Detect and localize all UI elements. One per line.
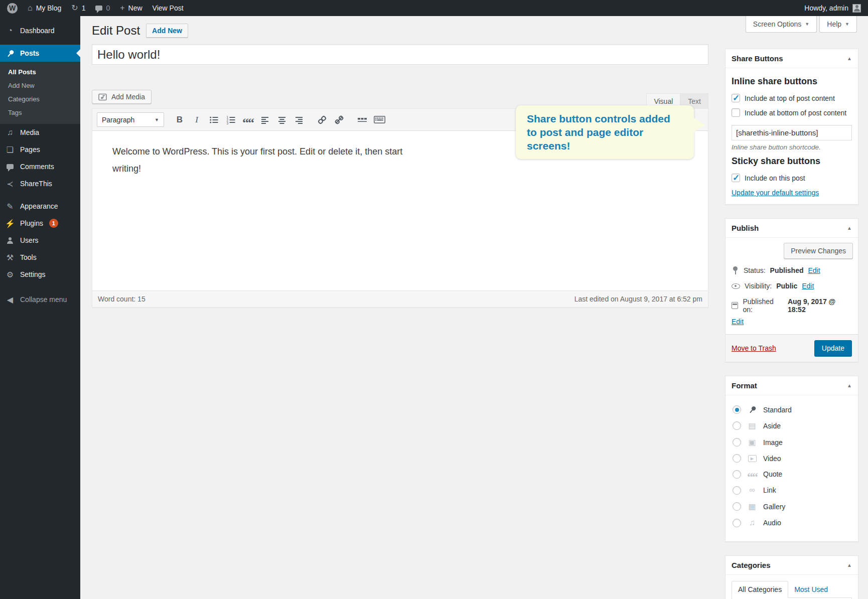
plus-icon: + <box>120 4 124 12</box>
collapse-panel-icon[interactable]: ▲ <box>847 383 852 388</box>
tab-most-used[interactable]: Most Used <box>788 581 834 597</box>
new-content-menu[interactable]: + New <box>120 4 142 12</box>
format-option-quote[interactable]: ““ Quote <box>733 470 851 479</box>
format-option-video[interactable]: ▸ Video <box>733 454 851 463</box>
format-panel-header[interactable]: Format ▲ <box>726 376 858 395</box>
format-radio-image[interactable] <box>733 438 741 446</box>
bold-button[interactable]: B <box>172 113 187 126</box>
dashboard-icon: ◔ <box>5 26 15 35</box>
preview-changes-button[interactable]: Preview Changes <box>784 243 853 259</box>
sidebar-item-sharethis[interactable]: ≺ ShareThis <box>0 175 80 192</box>
post-title-input[interactable] <box>92 44 708 65</box>
format-label: Quote <box>763 470 782 478</box>
svg-text:3: 3 <box>227 121 229 124</box>
format-radio-quote[interactable] <box>733 470 741 479</box>
status-pin-icon <box>732 266 739 274</box>
collapse-panel-icon[interactable]: ▲ <box>847 56 852 61</box>
paragraph-style-select[interactable]: Paragraph ▼ <box>97 112 164 127</box>
sidebar-item-users[interactable]: Users <box>0 232 80 249</box>
format-label: Video <box>763 455 781 463</box>
align-left-button[interactable] <box>257 113 272 126</box>
format-option-image[interactable]: ▣ Image <box>733 437 851 447</box>
numbered-list-button[interactable]: 1 2 3 <box>223 113 238 126</box>
format-option-gallery[interactable]: ▦ Gallery <box>733 502 851 511</box>
last-edited-timestamp: Last edited on August 9, 2017 at 6:52 pm <box>574 295 702 303</box>
edit-published-date-link[interactable]: Edit <box>732 318 744 326</box>
format-radio-link[interactable] <box>733 486 741 495</box>
update-button[interactable]: Update <box>814 340 852 356</box>
share-buttons-panel-header[interactable]: Share Buttons ▲ <box>726 49 858 68</box>
format-radio-aside[interactable] <box>733 421 741 430</box>
align-center-icon <box>277 115 286 124</box>
submenu-item-tags[interactable]: Tags <box>0 106 80 119</box>
help-button[interactable]: Help ▼ <box>819 16 857 33</box>
pages-icon: ❏ <box>5 145 15 155</box>
updates-count: 1 <box>82 4 86 12</box>
edit-visibility-link[interactable]: Edit <box>802 282 814 290</box>
sidebar-item-comments[interactable]: Comments <box>0 158 80 175</box>
sidebar-item-posts[interactable]: Posts <box>0 45 80 62</box>
move-to-trash-link[interactable]: Move to Trash <box>732 344 776 352</box>
sidebar-item-label: Pages <box>20 145 40 154</box>
format-radio-standard[interactable] <box>733 405 741 414</box>
sticky-share-heading: Sticky share buttons <box>732 156 852 167</box>
collapse-menu-button[interactable]: ◀ Collapse menu <box>0 291 80 308</box>
submenu-item-all-posts[interactable]: All Posts <box>0 65 80 79</box>
wordpress-logo-menu[interactable]: W <box>7 3 18 14</box>
site-name-link[interactable]: ⌂ My Blog <box>28 4 61 12</box>
sidebar-item-tools[interactable]: ⚒ Tools <box>0 249 80 266</box>
sharethis-icon: ≺ <box>5 179 15 189</box>
align-right-button[interactable] <box>292 113 307 126</box>
collapse-panel-icon[interactable]: ▲ <box>847 225 852 231</box>
sidebar-item-dashboard[interactable]: ◔ Dashboard <box>0 22 80 39</box>
update-default-settings-link[interactable]: Update your default settings <box>732 189 819 197</box>
howdy-admin-menu[interactable]: Howdy, admin <box>804 4 848 12</box>
tab-all-categories[interactable]: All Categories <box>732 581 788 598</box>
chevron-down-icon: ▼ <box>845 22 849 27</box>
remove-link-button[interactable] <box>332 113 347 126</box>
add-new-post-button[interactable]: Add New <box>146 24 188 38</box>
sidebar-item-settings[interactable]: ⚙ Settings <box>0 266 80 283</box>
collapse-panel-icon[interactable]: ▲ <box>847 562 852 568</box>
sidebar-item-plugins[interactable]: ⚡ Plugins 1 <box>0 215 80 232</box>
shortcode-input[interactable] <box>732 125 852 140</box>
categories-panel-header[interactable]: Categories ▲ <box>726 556 858 575</box>
align-center-button[interactable] <box>274 113 290 126</box>
add-media-button[interactable]: Add Media <box>92 90 152 104</box>
comments-link[interactable]: 0 <box>95 4 110 12</box>
edit-status-link[interactable]: Edit <box>808 266 820 274</box>
toolbar-toggle-button[interactable] <box>372 113 387 126</box>
include-sticky-checkbox[interactable] <box>732 174 740 182</box>
format-option-audio[interactable]: ♫ Audio <box>733 518 851 527</box>
submenu-item-add-new[interactable]: Add New <box>0 79 80 92</box>
format-option-aside[interactable]: ▤ Aside <box>733 421 851 430</box>
sidebar-item-pages[interactable]: ❏ Pages <box>0 141 80 158</box>
updates-link[interactable]: ↻ 1 <box>71 4 85 12</box>
include-bottom-checkbox[interactable] <box>732 108 740 117</box>
editor-status-bar: Word count: 15 Last edited on August 9, … <box>92 290 708 307</box>
format-option-standard[interactable]: Standard <box>733 405 851 414</box>
format-radio-video[interactable] <box>733 454 741 463</box>
view-post-link[interactable]: View Post <box>153 4 184 12</box>
published-on-label: Published on: <box>743 297 783 314</box>
sidebar-item-appearance[interactable]: ✎ Appearance <box>0 198 80 215</box>
panel-title: Publish <box>732 224 759 232</box>
callout-arrow-right <box>693 117 705 132</box>
insert-link-button[interactable] <box>315 113 330 126</box>
format-radio-audio[interactable] <box>733 519 741 527</box>
format-option-link[interactable]: ∞ Link <box>733 486 851 495</box>
blockquote-button[interactable]: ““ <box>240 113 255 126</box>
bulleted-list-button[interactable] <box>206 113 221 126</box>
image-icon: ▣ <box>747 437 758 447</box>
format-radio-gallery[interactable] <box>733 502 741 511</box>
sidebar-item-label: Collapse menu <box>20 295 67 304</box>
publish-panel-header[interactable]: Publish ▲ <box>726 219 858 238</box>
format-label: Audio <box>763 519 781 527</box>
read-more-tag-button[interactable] <box>355 113 370 126</box>
submenu-item-categories[interactable]: Categories <box>0 92 80 106</box>
italic-button[interactable]: I <box>189 113 204 126</box>
sidebar-item-media[interactable]: ♫ Media <box>0 124 80 141</box>
screen-options-button[interactable]: Screen Options ▼ <box>746 16 817 33</box>
user-avatar[interactable] <box>852 4 861 13</box>
include-top-checkbox[interactable] <box>732 94 740 102</box>
